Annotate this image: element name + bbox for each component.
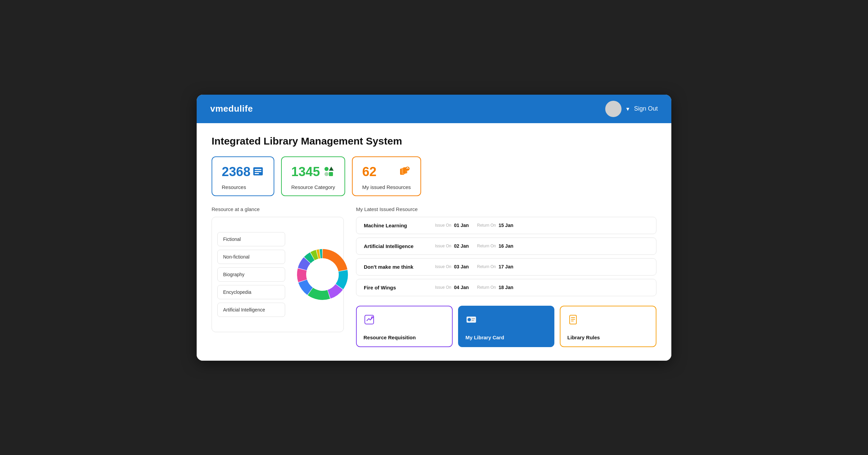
issued-row-dmmt: Don't make me think Issue On 03 Jan Retu… — [356, 258, 656, 276]
svg-point-4 — [324, 167, 329, 171]
return-on-label-fow: Return On — [477, 285, 496, 290]
resource-category-number: 1345 — [291, 165, 320, 179]
svg-rect-22 — [571, 321, 574, 321]
svg-rect-6 — [329, 172, 333, 176]
resource-category-label: Resource Category — [291, 184, 335, 190]
category-item-fictional[interactable]: Fictional — [217, 232, 285, 246]
issue-date-ai: 02 Jan — [454, 243, 474, 249]
action-card-resource-requisition[interactable]: Resource Requisition — [356, 306, 453, 347]
return-on-label-ml: Return On — [477, 223, 496, 228]
issued-meta-dmmt: Issue On 03 Jan Return On 17 Jan — [435, 264, 649, 269]
issue-on-label-dmmt: Issue On — [435, 264, 451, 269]
return-date-fow: 18 Jan — [498, 285, 519, 290]
resource-requisition-icon — [363, 314, 375, 328]
svg-point-7 — [324, 172, 329, 176]
svg-rect-17 — [472, 318, 475, 319]
return-on-label-dmmt: Return On — [477, 264, 496, 269]
glance-box: Fictional Non-fictional Biography Encycl… — [212, 217, 344, 332]
chevron-down-icon[interactable]: ▾ — [626, 105, 629, 113]
return-date-ml: 15 Jan — [498, 223, 519, 228]
library-card-label: My Library Card — [466, 335, 504, 340]
stat-card-top: 2368 — [222, 165, 264, 180]
issued-title-ai: Artificial Intelligence — [364, 243, 435, 249]
issued-resources-label: My issued Resources — [362, 184, 411, 190]
glance-section-title: Resource at a glance — [212, 206, 344, 212]
issued-row-fow: Fire of Wings Issue On 04 Jan Return On … — [356, 279, 656, 296]
action-card-library-rules[interactable]: Library Rules — [560, 306, 656, 347]
issue-date-ml: 01 Jan — [454, 223, 474, 228]
category-item-encyclopedia[interactable]: Encyclopedia — [217, 285, 285, 299]
resource-category-icon — [323, 165, 335, 180]
resources-label: Resources — [222, 184, 264, 190]
issued-resources-number: 62 — [362, 165, 376, 179]
issue-on-label-ml: Issue On — [435, 223, 451, 228]
svg-rect-20 — [571, 317, 575, 318]
issued-title-fow: Fire of Wings — [364, 285, 435, 290]
resources-number: 2368 — [222, 165, 251, 179]
svg-rect-3 — [255, 173, 259, 174]
resource-requisition-label: Resource Requisition — [363, 335, 416, 340]
donut-svg — [289, 241, 356, 308]
issued-title-dmmt: Don't make me think — [364, 264, 435, 270]
screen: vmedulife ▾ Sign Out Integrated Library … — [197, 95, 671, 361]
issued-list: Machine Learning Issue On 01 Jan Return … — [356, 217, 656, 296]
issued-meta-ml: Issue On 01 Jan Return On 15 Jan — [435, 223, 649, 228]
library-rules-label: Library Rules — [567, 335, 600, 340]
return-date-ai: 16 Jan — [498, 243, 519, 249]
issued-row-ai: Artificial Intelligence Issue On 02 Jan … — [356, 238, 656, 255]
issued-resources-icon — [399, 165, 411, 180]
page-title: Integrated Library Management System — [212, 135, 656, 147]
library-rules-icon — [567, 314, 579, 328]
issue-date-dmmt: 03 Jan — [454, 264, 474, 269]
donut-chart — [289, 241, 356, 308]
main-content: Integrated Library Management System 236… — [197, 123, 671, 361]
resources-icon — [252, 165, 264, 180]
library-card-icon — [466, 314, 477, 328]
issue-on-label-fow: Issue On — [435, 285, 451, 290]
return-on-label-ai: Return On — [477, 244, 496, 248]
action-card-library-card[interactable]: My Library Card — [458, 306, 555, 347]
issue-on-label-ai: Issue On — [435, 244, 451, 248]
svg-point-16 — [468, 318, 471, 321]
header-right: ▾ Sign Out — [605, 101, 658, 117]
avatar — [605, 101, 622, 117]
svg-rect-1 — [255, 169, 261, 170]
signout-button[interactable]: Sign Out — [634, 105, 658, 112]
return-date-dmmt: 17 Jan — [498, 264, 519, 269]
svg-marker-5 — [329, 167, 334, 171]
stat-card-top-3: 62 — [362, 165, 411, 180]
svg-rect-21 — [571, 319, 575, 320]
category-item-biography[interactable]: Biography — [217, 267, 285, 282]
stat-card-issued-resources[interactable]: 62 My issued Resources — [352, 156, 421, 196]
content-row: Resource at a glance Fictional Non-ficti… — [212, 206, 656, 347]
issued-meta-ai: Issue On 02 Jan Return On 16 Jan — [435, 243, 649, 249]
action-cards: Resource Requisition My Library Card — [356, 306, 656, 347]
latest-issued-title: My Latest Issued Resource — [356, 206, 656, 212]
logo: vmedulife — [210, 103, 253, 114]
right-panel: My Latest Issued Resource Machine Learni… — [356, 206, 656, 347]
category-item-ai[interactable]: Artificial Intelligence — [217, 303, 285, 317]
category-list: Fictional Non-fictional Biography Encycl… — [217, 232, 285, 317]
stat-cards: 2368 Resources 1345 — [212, 156, 656, 196]
left-panel: Resource at a glance Fictional Non-ficti… — [212, 206, 344, 347]
stat-card-resource-category[interactable]: 1345 Resource Category — [281, 156, 345, 196]
issued-title-ml: Machine Learning — [364, 223, 435, 228]
svg-rect-18 — [472, 320, 474, 321]
issued-meta-fow: Issue On 04 Jan Return On 18 Jan — [435, 285, 649, 290]
svg-rect-2 — [255, 171, 261, 172]
category-item-non-fictional[interactable]: Non-fictional — [217, 250, 285, 264]
stat-card-top-2: 1345 — [291, 165, 335, 180]
header: vmedulife ▾ Sign Out — [197, 95, 671, 123]
issued-row-ml: Machine Learning Issue On 01 Jan Return … — [356, 217, 656, 234]
stat-card-resources[interactable]: 2368 Resources — [212, 156, 274, 196]
issue-date-fow: 04 Jan — [454, 285, 474, 290]
